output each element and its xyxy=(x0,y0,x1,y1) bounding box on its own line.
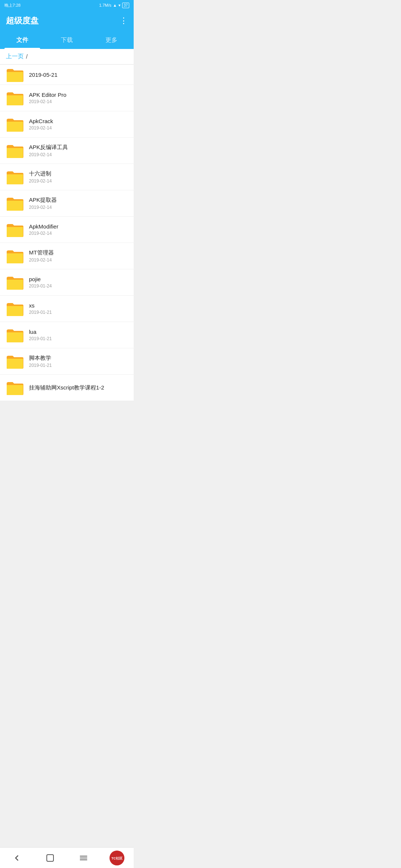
list-item[interactable]: xs 2019-01-21 xyxy=(0,296,134,322)
status-bar: 晚上7:28 1.7M/s ▲ ▾ 37 xyxy=(0,0,134,10)
file-info: APK反编译工具 2019-02-14 xyxy=(29,144,68,157)
breadcrumb-separator: / xyxy=(26,53,27,60)
file-date: 2019-02-14 xyxy=(29,205,57,210)
file-name: lua xyxy=(29,329,52,335)
tab-bar: 文件 下载 更多 xyxy=(0,31,134,49)
file-info: APK提取器 2019-02-14 xyxy=(29,197,57,210)
file-date: 2019-02-14 xyxy=(29,178,52,184)
list-item[interactable]: APK反编译工具 2019-02-14 xyxy=(0,138,134,164)
list-item[interactable]: APK提取器 2019-02-14 xyxy=(0,190,134,217)
tab-files[interactable]: 文件 xyxy=(0,31,45,49)
list-item[interactable]: ApkModifier 2019-02-14 xyxy=(0,217,134,243)
list-item[interactable]: 脚本教学 2019-01-21 xyxy=(0,348,134,375)
folder-icon xyxy=(6,67,24,82)
list-item[interactable]: 2019-05-21 xyxy=(0,65,134,85)
file-name: ApkCrack xyxy=(29,118,53,124)
file-name: MT管理器 xyxy=(29,249,54,256)
folder-icon xyxy=(6,143,24,158)
file-name: APK提取器 xyxy=(29,197,57,204)
folder-icon xyxy=(6,169,24,185)
list-item[interactable]: MT管理器 2019-02-14 xyxy=(0,243,134,269)
file-info: lua 2019-01-21 xyxy=(29,329,52,341)
file-name: 挂海辅助网Xscript教学课程1-2 xyxy=(29,384,104,391)
file-date: 2019-02-14 xyxy=(29,99,66,104)
file-name: 十六进制 xyxy=(29,170,52,177)
file-name: 脚本教学 xyxy=(29,355,52,362)
file-list: 2019-05-21 APK Editor Pro 2019-02-14 Apk… xyxy=(0,65,134,401)
file-date: 2019-01-21 xyxy=(29,310,52,315)
file-info: xs 2019-01-21 xyxy=(29,302,52,315)
signal-icon: ▲ xyxy=(113,3,117,7)
list-item[interactable]: lua 2019-01-21 xyxy=(0,322,134,348)
file-name: pojie xyxy=(29,276,52,282)
folder-icon xyxy=(6,301,24,316)
file-name: ApkModifier xyxy=(29,223,58,230)
tab-download[interactable]: 下载 xyxy=(45,31,89,49)
more-button[interactable]: ⋮ xyxy=(120,17,128,25)
list-item[interactable]: APK Editor Pro 2019-02-14 xyxy=(0,85,134,111)
list-item[interactable]: 十六进制 2019-02-14 xyxy=(0,164,134,190)
file-date: 2019-01-21 xyxy=(29,336,52,341)
network-speed: 1.7M/s xyxy=(99,3,111,7)
folder-icon xyxy=(6,248,24,264)
folder-icon xyxy=(6,195,24,211)
battery-indicator: 37 xyxy=(122,3,129,8)
file-info: MT管理器 2019-02-14 xyxy=(29,249,54,263)
status-time: 晚上7:28 xyxy=(4,3,20,8)
app-title: 超级度盘 xyxy=(6,15,39,26)
file-info: 脚本教学 2019-01-21 xyxy=(29,355,52,368)
file-name: APK反编译工具 xyxy=(29,144,68,151)
file-info: pojie 2019-01-24 xyxy=(29,276,52,289)
file-info: 2019-05-21 xyxy=(29,72,58,78)
file-date: 2019-01-21 xyxy=(29,363,52,368)
file-date: 2019-01-24 xyxy=(29,283,52,289)
file-date: 2019-02-14 xyxy=(29,125,53,131)
tab-more[interactable]: 更多 xyxy=(89,31,134,49)
list-item[interactable]: 挂海辅助网Xscript教学课程1-2 xyxy=(0,375,134,401)
file-name: xs xyxy=(29,302,52,309)
file-info: APK Editor Pro 2019-02-14 xyxy=(29,92,66,104)
folder-icon xyxy=(6,354,24,369)
file-info: 挂海辅助网Xscript教学课程1-2 xyxy=(29,384,104,391)
breadcrumb: 上一页 / xyxy=(0,49,134,65)
file-date: 2019-02-14 xyxy=(29,152,68,157)
breadcrumb-back[interactable]: 上一页 xyxy=(6,53,24,60)
file-name: APK Editor Pro xyxy=(29,92,66,98)
folder-icon xyxy=(6,222,24,237)
folder-icon xyxy=(6,90,24,106)
folder-icon xyxy=(6,327,24,343)
folder-icon xyxy=(6,116,24,132)
file-date: 2019-02-14 xyxy=(29,257,54,263)
file-name: 2019-05-21 xyxy=(29,72,58,78)
folder-icon xyxy=(6,380,24,395)
status-right: 1.7M/s ▲ ▾ 37 xyxy=(99,3,129,8)
wifi-icon: ▾ xyxy=(118,3,121,8)
file-info: ApkCrack 2019-02-14 xyxy=(29,118,53,131)
app-bar: 超级度盘 ⋮ xyxy=(0,10,134,31)
folder-icon xyxy=(6,274,24,290)
list-item[interactable]: pojie 2019-01-24 xyxy=(0,269,134,296)
file-info: ApkModifier 2019-02-14 xyxy=(29,223,58,236)
file-date: 2019-02-14 xyxy=(29,231,58,236)
list-item[interactable]: ApkCrack 2019-02-14 xyxy=(0,111,134,138)
file-info: 十六进制 2019-02-14 xyxy=(29,170,52,184)
